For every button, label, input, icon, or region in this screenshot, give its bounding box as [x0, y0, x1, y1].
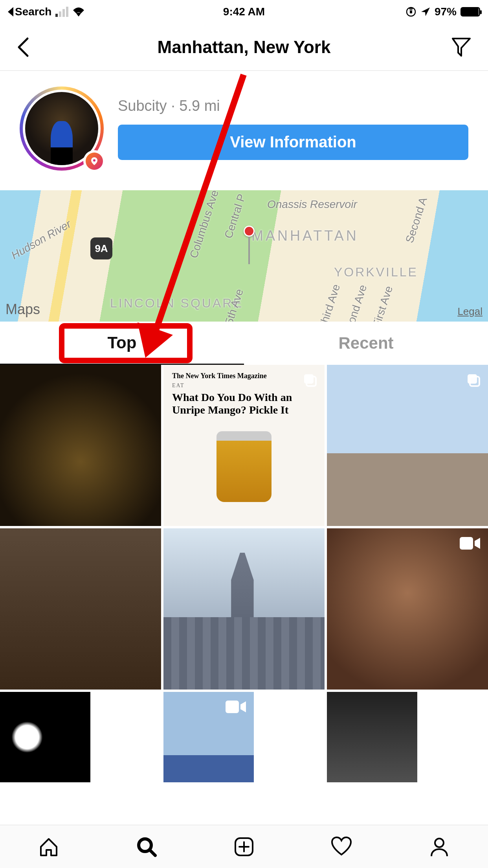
battery-pct: 97% [435, 6, 457, 18]
article-headline: What Do You Do With an Unripe Mango? Pic… [172, 391, 316, 416]
nav-search[interactable] [136, 836, 158, 858]
tab-recent[interactable]: Recent [244, 322, 488, 365]
map-center-pin-icon [244, 226, 255, 264]
svg-rect-10 [226, 701, 239, 713]
svg-rect-7 [468, 374, 477, 384]
location-arrow-icon [420, 7, 431, 17]
map-label-manhattan: MANHATTAN [251, 228, 359, 244]
back-button[interactable] [16, 35, 31, 59]
grid-post[interactable] [163, 692, 254, 782]
location-distance: 5.9 mi [179, 97, 220, 114]
posts-grid: The New York Times Magazine EAT What Do … [0, 365, 488, 782]
back-app-label: Search [15, 6, 51, 18]
tab-top[interactable]: Top [0, 322, 244, 365]
svg-rect-9 [460, 537, 473, 550]
view-information-button[interactable]: View Information [118, 125, 468, 160]
location-info-section: Subcity · 5.9 mi View Information [0, 71, 488, 190]
content-tabs: Top Recent [0, 322, 488, 365]
carousel-icon [302, 372, 317, 388]
location-story-avatar[interactable] [20, 86, 104, 171]
status-bar: Search 9:42 AM 97% [0, 0, 488, 24]
video-icon [459, 535, 481, 551]
location-meta: Subcity · 5.9 mi [118, 97, 468, 114]
location-pin-badge [83, 150, 105, 172]
svg-rect-1 [410, 11, 412, 13]
grid-post[interactable] [0, 692, 90, 782]
carousel-icon [465, 372, 481, 388]
nav-header: Manhattan, New York [0, 24, 488, 71]
svg-point-16 [435, 839, 444, 847]
map-route-shield: 9A [90, 237, 112, 259]
video-icon [225, 699, 247, 715]
wifi-icon [72, 7, 85, 17]
nav-home[interactable] [38, 836, 60, 858]
nav-activity[interactable] [330, 836, 352, 858]
breadcrumb-back-app[interactable]: Search [8, 6, 51, 18]
article-magazine: The New York Times Magazine [172, 372, 316, 380]
grid-post[interactable] [0, 365, 161, 526]
map-label-lincoln: LINCOLN SQUARE [110, 296, 243, 310]
orientation-lock-icon [405, 6, 416, 17]
grid-post[interactable] [327, 528, 488, 690]
grid-post[interactable] [327, 365, 488, 526]
map-legal-link[interactable]: Legal [457, 305, 482, 318]
svg-point-2 [93, 159, 95, 162]
back-triangle-icon [8, 7, 13, 17]
nav-create[interactable] [233, 836, 255, 858]
cell-signal-icon [55, 7, 68, 17]
svg-line-12 [150, 850, 155, 855]
bottom-nav [0, 825, 488, 868]
share-button[interactable] [450, 36, 472, 58]
map-label-onassis: Onassis Reservoir [267, 198, 357, 211]
battery-icon [460, 7, 480, 17]
location-type: Subcity [118, 97, 167, 114]
grid-post[interactable]: The New York Times Magazine EAT What Do … [163, 365, 325, 526]
nav-profile[interactable] [428, 836, 450, 858]
grid-post[interactable] [327, 692, 417, 782]
map-attribution: Maps [6, 301, 40, 318]
map-preview[interactable]: Hudson River 9A Columbus Ave Central P O… [0, 190, 488, 322]
article-section: EAT [172, 383, 316, 389]
grid-post[interactable] [0, 528, 161, 690]
page-title: Manhattan, New York [158, 37, 331, 57]
tab-recent-label: Recent [338, 334, 393, 353]
svg-rect-5 [304, 374, 314, 384]
map-label-yorkville: YORKVILLE [334, 265, 418, 280]
grid-post[interactable] [163, 528, 325, 690]
status-time: 9:42 AM [223, 6, 265, 18]
tab-top-label: Top [108, 333, 137, 352]
